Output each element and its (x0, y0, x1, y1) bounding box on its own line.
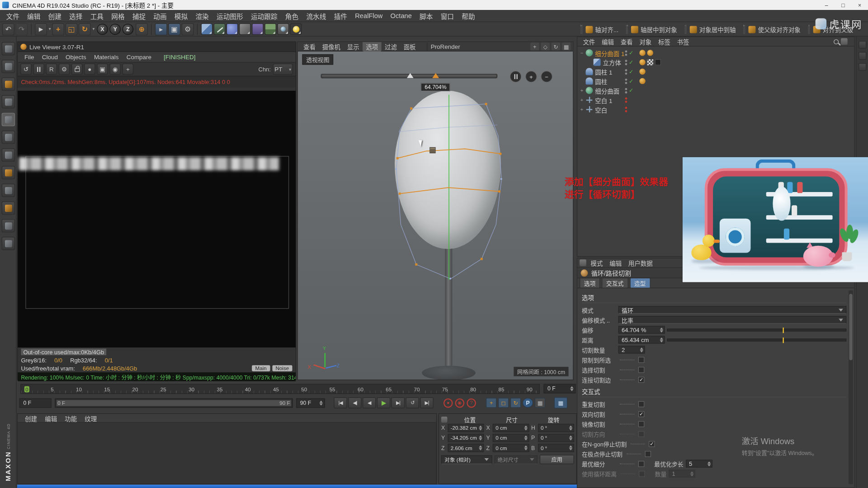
menu-item[interactable]: 帮助 (458, 10, 479, 22)
position-y-field[interactable]: -34.205 cm (448, 434, 484, 442)
mode-dropdown[interactable]: 循环 (618, 306, 846, 314)
minimize-button[interactable]: – (818, 0, 835, 10)
enable-check-icon[interactable] (629, 78, 633, 84)
menu-item[interactable]: 模拟 (170, 10, 192, 22)
viewport-menu-item[interactable]: 摄像机 (319, 42, 344, 52)
viewport-icon[interactable] (1, 42, 14, 55)
spinner-arrows-icon[interactable] (479, 444, 482, 452)
enable-check-icon[interactable] (629, 59, 633, 65)
loopdist-checkbox[interactable] (639, 470, 645, 476)
offset-input[interactable]: 64.704 % (618, 326, 665, 333)
keyframe-toggle-button[interactable]: ▦ (535, 398, 545, 408)
spinner-arrows-icon[interactable] (569, 434, 572, 442)
perspective-viewport[interactable]: 查看摄像机显示选项过滤面板 ProRender + ◇ ↻ ▦ 透视视图 (297, 42, 574, 380)
pick-icon[interactable]: + (123, 64, 133, 75)
tree-row[interactable]: − 细分曲面 1 (577, 48, 854, 58)
align-button[interactable]: 轴居中到对象 (623, 24, 680, 35)
object-manager-menu-item[interactable]: 标签 (655, 37, 674, 47)
menu-item[interactable]: 文件 (2, 10, 24, 22)
material-menu-item[interactable]: 编辑 (41, 413, 61, 423)
timeline-ruler[interactable]: 051015202530354045505560657075808590 (20, 384, 540, 394)
drag-handle[interactable] (580, 25, 582, 34)
menu-item[interactable]: 窗口 (437, 10, 458, 22)
enable-check-icon[interactable] (629, 69, 633, 75)
slider-tick[interactable] (783, 337, 784, 343)
repeat-checkbox[interactable] (638, 401, 644, 407)
size-x-field[interactable]: 0 cm (493, 424, 529, 432)
mirror-checkbox[interactable] (638, 421, 644, 427)
object-manager-menu-item[interactable]: 文件 (580, 37, 599, 47)
range-end-label[interactable]: 90 F (279, 400, 290, 406)
coordinate-mode-dropdown[interactable]: 对象 (相对) (441, 455, 492, 464)
enable-check-icon[interactable] (629, 87, 633, 93)
menu-item[interactable]: 流水线 (302, 10, 330, 22)
align-button[interactable]: 对象居中到轴 (681, 24, 738, 35)
size-y-field[interactable]: 0 cm (493, 434, 529, 442)
chevron-down-icon[interactable]: ▾ (93, 27, 95, 32)
camera-button[interactable] (278, 23, 289, 35)
scale-button[interactable]: ◱ (66, 23, 78, 35)
menu-item[interactable]: 渲染 (192, 10, 213, 22)
menu-item[interactable]: RealFlow (351, 11, 387, 21)
subdiv-checkbox[interactable] (638, 460, 644, 466)
search-icon[interactable] (834, 39, 839, 44)
viewport-menu-item[interactable]: 选项 (363, 42, 382, 52)
subdivision-surface-button[interactable] (226, 23, 238, 35)
size-z-field[interactable]: 0 cm (493, 444, 529, 452)
spinner-arrows-icon[interactable] (707, 460, 710, 468)
cuts-input[interactable]: 2 (618, 346, 645, 353)
dock-tab-icon[interactable] (859, 63, 866, 71)
spinner-arrows-icon[interactable] (320, 399, 323, 407)
preview-range-bar[interactable]: 0 F 90 F (55, 398, 293, 408)
position-x-field[interactable]: -20.382 cm (448, 424, 484, 432)
pause-icon[interactable] (33, 64, 44, 75)
paint-tool-icon[interactable] (1, 202, 14, 215)
pan-view-icon[interactable]: + (530, 42, 539, 50)
phong-tag-icon[interactable] (639, 59, 645, 65)
slider-marker-current[interactable] (432, 73, 439, 78)
spinner-arrows-icon[interactable] (569, 424, 572, 432)
tree-row[interactable]: + 空白 1 (577, 95, 854, 105)
render-picture-viewer-button[interactable]: ▣ (168, 23, 180, 35)
drag-handle[interactable] (626, 25, 628, 34)
axis-lock-button[interactable]: X (97, 23, 108, 34)
phong-tag-icon[interactable] (639, 78, 645, 84)
spinner-arrows-icon[interactable] (479, 424, 482, 432)
view-label[interactable]: 透视视图 (302, 54, 334, 65)
spinner-arrows-icon[interactable] (479, 434, 482, 442)
dock-tab-icon[interactable] (859, 41, 866, 49)
attribute-menu-item[interactable]: 编辑 (606, 258, 625, 268)
live-selection-button[interactable]: ► (35, 23, 47, 35)
direction-checkbox[interactable] (638, 431, 644, 436)
phong-tag-icon[interactable] (639, 50, 645, 56)
enable-check-icon[interactable] (629, 50, 633, 56)
menu-item[interactable]: 网格 (108, 10, 129, 22)
current-frame-field[interactable]: 0 F (543, 384, 576, 394)
undo-button[interactable]: ↶ (2, 23, 14, 35)
tree-row[interactable]: + 空白 (577, 104, 854, 114)
tree-row[interactable]: + 细分曲面 (577, 86, 854, 95)
tree-row[interactable]: 圆柱 (577, 76, 854, 86)
spinner-arrows-icon[interactable] (660, 336, 663, 344)
spinner-arrows-icon[interactable] (524, 424, 527, 432)
record-button[interactable]: ? (467, 398, 476, 408)
octane-render-canvas[interactable] (18, 91, 296, 347)
spinner-arrows-icon[interactable] (569, 444, 572, 452)
transport-button[interactable]: ◀ (363, 397, 376, 408)
keyframe-toggle-button[interactable]: ↻ (510, 398, 521, 408)
render-settings-button[interactable]: ⚙ (182, 23, 194, 35)
toggle-panes-icon[interactable]: ▦ (562, 42, 571, 50)
snap-icon[interactable] (1, 184, 14, 197)
chevron-down-icon[interactable]: ▾ (49, 27, 51, 32)
rotation-b-field[interactable]: 0 ° (538, 444, 574, 452)
menu-item[interactable]: 工具 (86, 10, 108, 22)
attribute-scrollbar[interactable] (849, 291, 853, 484)
keyframe-toggle-button[interactable]: ◻ (498, 398, 509, 408)
menu-item[interactable]: 动画 (150, 10, 171, 22)
transport-button[interactable]: ◀| (348, 397, 361, 408)
octane-menu-item[interactable]: Compare (123, 53, 155, 61)
align-button[interactable]: 轴对齐... (577, 24, 621, 35)
menu-item[interactable]: 运动图形 (212, 10, 247, 22)
rotation-h-field[interactable]: 0 ° (538, 424, 574, 432)
spinner-arrows-icon[interactable] (690, 469, 693, 478)
